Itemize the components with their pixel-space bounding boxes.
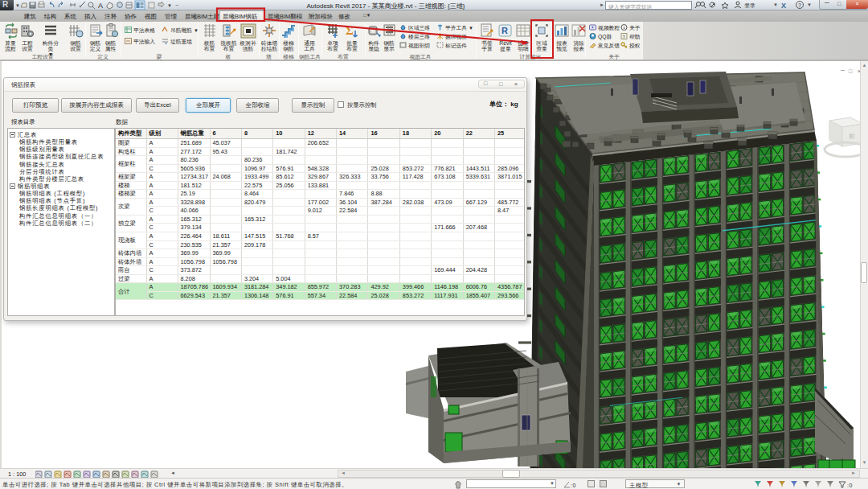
svg-text:前: 前 (849, 133, 855, 140)
svg-text::0: :0 (847, 483, 853, 488)
svg-text::0: :0 (571, 483, 576, 488)
